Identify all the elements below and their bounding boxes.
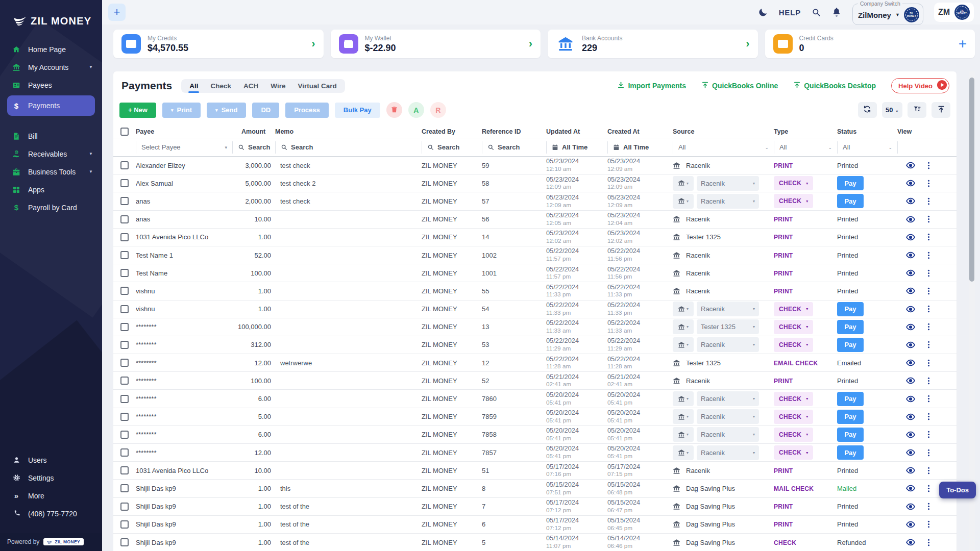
source-account-select[interactable]: Racenik▾ xyxy=(697,445,759,460)
card-credit-cards[interactable]: Credit Cards0+ xyxy=(765,30,975,58)
type-dropdown[interactable]: CHECK▾ xyxy=(774,194,813,208)
source-bank-dropdown[interactable]: ▾ xyxy=(673,337,694,352)
source-bank-dropdown[interactable]: ▾ xyxy=(673,391,694,406)
page-size-select[interactable]: 50⌄ xyxy=(882,102,902,118)
view-eye-button[interactable] xyxy=(905,304,916,314)
type-dropdown[interactable]: CHECK▾ xyxy=(774,445,813,460)
sidebar-item-business-tools[interactable]: Business Tools▼ xyxy=(0,163,102,181)
refresh-button[interactable] xyxy=(858,102,877,118)
plus-icon[interactable]: + xyxy=(959,37,967,51)
filter-search-5[interactable]: Search xyxy=(482,141,546,154)
filter-search-3[interactable]: Search xyxy=(275,141,422,154)
filter-search-4[interactable]: Search xyxy=(422,141,482,154)
scrollbar-thumb[interactable] xyxy=(969,78,974,282)
filter-select-1[interactable]: Select Payee▾ xyxy=(136,141,232,154)
source-account-select[interactable]: Racenik▾ xyxy=(697,302,759,316)
type-dropdown[interactable]: CHECK▾ xyxy=(774,176,813,190)
row-menu-button[interactable] xyxy=(924,502,933,511)
approve-button[interactable]: A xyxy=(408,102,424,118)
card-my-wallet[interactable]: My Wallet$-22.90› xyxy=(331,30,541,58)
link-quickbooks-online[interactable]: QuickBooks Online xyxy=(701,81,778,90)
company-switch[interactable]: Company Switch ZilMoney ▼ ZIL MONEY xyxy=(852,1,923,25)
row-checkbox[interactable] xyxy=(120,395,129,403)
help-link[interactable]: HELP xyxy=(779,8,801,17)
print-button[interactable]: ▾Print xyxy=(162,103,201,118)
search-icon[interactable] xyxy=(812,8,821,17)
source-account-select[interactable]: Tester 1325▾ xyxy=(697,319,759,334)
view-eye-button[interactable] xyxy=(905,519,916,530)
source-bank-dropdown[interactable]: ▾ xyxy=(673,445,694,460)
view-eye-button[interactable] xyxy=(905,196,916,206)
source-account-select[interactable]: Racenik▾ xyxy=(697,409,759,424)
row-checkbox[interactable] xyxy=(120,305,129,313)
pay-button[interactable]: Pay xyxy=(837,392,864,406)
type-dropdown[interactable]: CHECK▾ xyxy=(774,392,813,406)
type-dropdown[interactable]: CHECK▾ xyxy=(774,338,813,352)
pay-button[interactable]: Pay xyxy=(837,302,864,316)
scroll-top-button[interactable] xyxy=(932,102,950,118)
filter-all-8[interactable]: All⌄ xyxy=(673,141,774,154)
row-checkbox[interactable] xyxy=(120,215,129,223)
row-checkbox[interactable] xyxy=(120,179,129,187)
select-all-checkbox[interactable] xyxy=(120,128,129,136)
type-dropdown[interactable]: CHECK▾ xyxy=(774,428,813,442)
tab-virtual-card[interactable]: Virtual Card xyxy=(298,82,336,90)
sidebar-item-receivables[interactable]: Receivables▼ xyxy=(0,145,102,163)
row-checkbox[interactable] xyxy=(120,197,129,205)
row-checkbox[interactable] xyxy=(120,269,129,277)
chevron-right-icon[interactable]: › xyxy=(529,38,532,49)
pay-button[interactable]: Pay xyxy=(837,194,864,208)
dd-button[interactable]: DD xyxy=(252,103,279,118)
filter-alltime-7[interactable]: All Time xyxy=(607,141,673,154)
filter-all-9[interactable]: All⌄ xyxy=(774,141,837,154)
type-dropdown[interactable]: CHECK▾ xyxy=(774,302,813,316)
view-eye-button[interactable] xyxy=(905,537,916,547)
help-video-button[interactable]: Help Video xyxy=(891,78,949,93)
row-checkbox[interactable] xyxy=(120,323,129,331)
view-eye-button[interactable] xyxy=(905,214,916,224)
link-quickbooks-desktop[interactable]: QuickBooks Desktop xyxy=(793,81,876,90)
row-menu-button[interactable] xyxy=(924,538,933,547)
bulk-pay-button[interactable]: Bulk Pay xyxy=(335,103,380,118)
type-dropdown[interactable]: CHECK▾ xyxy=(774,410,813,424)
source-account-select[interactable]: Racenik▾ xyxy=(697,194,759,209)
row-checkbox[interactable] xyxy=(120,448,129,457)
sidebar-item-apps[interactable]: Apps xyxy=(0,181,102,198)
filter-search-2[interactable]: Search xyxy=(232,141,275,154)
row-checkbox[interactable] xyxy=(120,520,129,529)
row-menu-button[interactable] xyxy=(924,448,933,457)
pay-button[interactable]: Pay xyxy=(837,338,864,352)
pay-button[interactable]: Pay xyxy=(837,428,864,442)
sidebar-item-payments[interactable]: $Payments xyxy=(7,95,95,116)
type-dropdown[interactable]: CHECK▾ xyxy=(774,320,813,334)
filter-all-10[interactable]: All⌄ xyxy=(837,141,897,154)
row-menu-button[interactable] xyxy=(924,179,933,188)
row-menu-button[interactable] xyxy=(924,215,933,223)
source-account-select[interactable]: Racenik▾ xyxy=(697,427,759,442)
row-checkbox[interactable] xyxy=(120,251,129,259)
sidebar-item-payroll-by-card[interactable]: $Payroll by Card xyxy=(0,198,102,216)
row-menu-button[interactable] xyxy=(924,269,933,278)
row-menu-button[interactable] xyxy=(924,430,933,439)
source-bank-dropdown[interactable]: ▾ xyxy=(673,409,694,424)
view-eye-button[interactable] xyxy=(905,286,916,296)
send-button[interactable]: ▾Send xyxy=(207,103,246,118)
sidebar-item-408-775-7720[interactable]: (408) 775-7720 xyxy=(0,505,102,522)
sidebar-item-payees[interactable]: Payees xyxy=(0,76,102,94)
row-checkbox[interactable] xyxy=(120,161,129,169)
row-menu-button[interactable] xyxy=(924,322,933,331)
view-eye-button[interactable] xyxy=(905,340,916,350)
view-eye-button[interactable] xyxy=(905,178,916,188)
process-button[interactable]: Process xyxy=(285,103,329,118)
reject-button[interactable]: R xyxy=(430,102,446,118)
row-checkbox[interactable] xyxy=(120,359,129,367)
view-eye-button[interactable] xyxy=(905,160,916,170)
row-menu-button[interactable] xyxy=(924,251,933,260)
sidebar-item-settings[interactable]: Settings xyxy=(0,469,102,487)
pay-button[interactable]: Pay xyxy=(837,445,864,460)
new-tab-button[interactable]: + xyxy=(108,4,126,21)
row-checkbox[interactable] xyxy=(120,431,129,439)
view-eye-button[interactable] xyxy=(905,483,916,493)
row-checkbox[interactable] xyxy=(120,484,129,492)
source-bank-dropdown[interactable]: ▾ xyxy=(673,302,694,316)
